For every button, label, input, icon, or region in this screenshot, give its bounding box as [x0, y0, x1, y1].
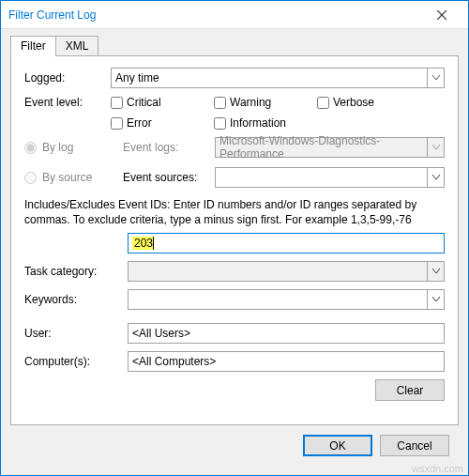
check-critical[interactable]: Critical — [111, 96, 195, 109]
label-by-log: By log — [42, 141, 115, 154]
clear-button[interactable]: Clear — [375, 379, 445, 401]
check-verbose[interactable]: Verbose — [317, 96, 401, 109]
row-event-level: Event level: Critical Warning Verbose — [24, 96, 445, 109]
dialog-buttonbar: OK Cancel — [10, 425, 459, 466]
tab-xml[interactable]: XML — [55, 36, 99, 56]
keywords-dropdown[interactable] — [128, 289, 445, 310]
event-level-checks: Critical Warning Verbose — [111, 96, 445, 109]
task-category-dropdown — [128, 261, 445, 282]
event-id-input[interactable]: 203 — [128, 233, 445, 253]
titlebar: Filter Current Log — [1, 1, 468, 29]
row-logged: Logged: Any time — [24, 68, 445, 88]
row-by-source: By source Event sources: — [24, 167, 445, 188]
row-user: User: — [24, 323, 445, 344]
tab-filter[interactable]: Filter — [10, 36, 56, 56]
row-event-level-2: Error Information — [24, 116, 445, 130]
dialog-window: Filter Current Log Filter XML Logged: An… — [0, 0, 469, 476]
event-logs-value: Microsoft-Windows-Diagnostics-Performanc… — [219, 134, 440, 161]
row-computers: Computer(s): — [24, 351, 445, 372]
check-information[interactable]: Information — [214, 116, 326, 130]
event-id-hint: Includes/Excludes Event IDs: Enter ID nu… — [24, 197, 445, 227]
logged-value: Any time — [115, 71, 159, 84]
event-id-value: 203 — [132, 237, 154, 250]
label-event-logs: Event logs: — [123, 141, 209, 154]
checkbox-error[interactable] — [111, 117, 123, 130]
window-title: Filter Current Log — [8, 8, 423, 22]
radio-by-source — [24, 172, 37, 184]
row-clear: Clear — [24, 379, 445, 401]
chevron-down-icon — [427, 168, 444, 187]
chevron-down-icon — [427, 138, 444, 157]
checkbox-critical[interactable] — [111, 97, 123, 109]
label-keywords: Keywords: — [24, 293, 128, 306]
dialog-body: Filter XML Logged: Any time Event level:… — [1, 29, 468, 475]
ok-button[interactable]: OK — [303, 435, 372, 456]
row-by-log: By log Event logs: Microsoft-Windows-Dia… — [24, 137, 445, 158]
chevron-down-icon — [427, 262, 444, 281]
label-event-sources: Event sources: — [123, 171, 209, 184]
check-warning[interactable]: Warning — [214, 96, 298, 109]
row-keywords: Keywords: — [24, 289, 445, 310]
radio-by-log — [24, 142, 37, 154]
label-task-category: Task category: — [24, 265, 128, 278]
label-computers: Computer(s): — [24, 355, 128, 368]
row-task-category: Task category: — [24, 261, 445, 282]
checkbox-warning[interactable] — [214, 97, 226, 109]
chevron-down-icon — [427, 69, 444, 87]
checkbox-information[interactable] — [214, 117, 226, 130]
user-input[interactable] — [128, 323, 445, 344]
row-event-id: 203 — [24, 233, 445, 253]
computers-input[interactable] — [128, 351, 445, 372]
check-error[interactable]: Error — [111, 116, 195, 130]
close-button[interactable] — [423, 2, 461, 28]
label-event-level: Event level: — [24, 96, 111, 109]
label-user: User: — [24, 327, 128, 340]
close-icon — [437, 10, 446, 20]
event-sources-dropdown[interactable] — [215, 167, 445, 188]
event-logs-dropdown: Microsoft-Windows-Diagnostics-Performanc… — [215, 137, 445, 158]
tab-pane-filter: Logged: Any time Event level: Critical W… — [10, 55, 459, 425]
checkbox-verbose[interactable] — [317, 97, 329, 109]
cancel-button[interactable]: Cancel — [380, 435, 449, 456]
logged-dropdown[interactable]: Any time — [111, 68, 445, 88]
tab-strip: Filter XML — [10, 36, 459, 56]
event-level-checks-2: Error Information — [111, 116, 445, 130]
chevron-down-icon — [427, 290, 444, 309]
label-logged: Logged: — [24, 71, 111, 84]
label-by-source: By source — [42, 171, 115, 184]
